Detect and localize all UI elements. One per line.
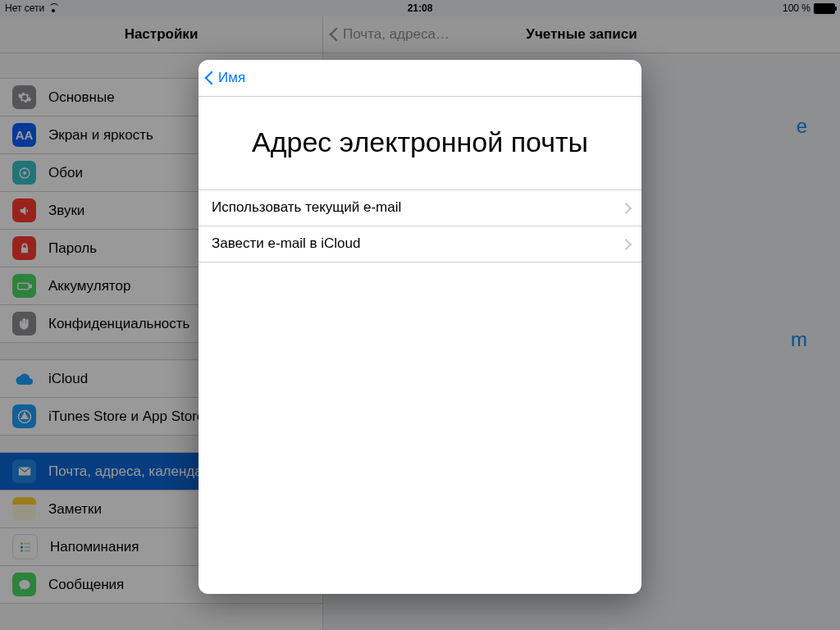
chevron-left-icon xyxy=(205,70,215,86)
option-label: Завести e-mail в iCloud xyxy=(212,235,360,252)
option-create-icloud-email[interactable]: Завести e-mail в iCloud xyxy=(199,226,641,262)
chevron-right-icon xyxy=(622,238,628,249)
option-label: Использовать текущий e-mail xyxy=(212,199,401,216)
email-choice-modal: Имя Адрес электронной почты Использовать… xyxy=(199,60,641,594)
modal-header: Имя xyxy=(199,60,641,97)
modal-back-label: Имя xyxy=(218,70,245,86)
chevron-right-icon xyxy=(622,202,628,213)
modal-option-list: Использовать текущий e-mail Завести e-ma… xyxy=(199,189,641,262)
option-use-current-email[interactable]: Использовать текущий e-mail xyxy=(199,190,641,226)
modal-back-button[interactable]: Имя xyxy=(205,70,245,86)
modal-title: Адрес электронной почты xyxy=(199,97,641,189)
